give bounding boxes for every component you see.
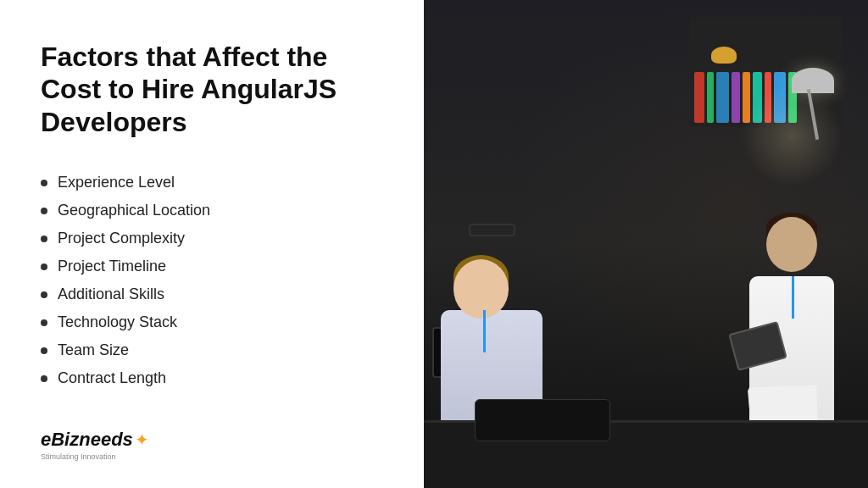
list-bullet-icon [41, 236, 47, 242]
desk-lamp [783, 68, 834, 152]
factor-label-contract-length: Contract Length [58, 369, 166, 387]
list-bullet-icon [41, 180, 47, 186]
left-panel: Factors that Affect the Cost to Hire Ang… [0, 0, 424, 488]
factor-label-project-timeline: Project Timeline [58, 258, 166, 275]
factor-label-technology-stack: Technology Stack [58, 313, 177, 331]
logo-wrapper: eBizneeds ✦ Stimulating Innovation [41, 429, 383, 461]
logo-row: eBizneeds ✦ [41, 429, 383, 451]
factor-label-team-size: Team Size [58, 341, 129, 359]
logo-star-icon: ✦ [135, 430, 149, 450]
factor-item-project-timeline: Project Timeline [41, 252, 383, 280]
lamp-arm [807, 89, 819, 140]
factor-item-geographical-location: Geographical Location [41, 197, 383, 225]
factor-item-experience-level: Experience Level [41, 169, 383, 197]
factor-label-project-complexity: Project Complexity [58, 230, 185, 247]
list-bullet-icon [41, 347, 47, 354]
list-bullet-icon [41, 291, 47, 298]
right-panel [424, 0, 868, 488]
woman-lanyard [483, 310, 486, 352]
lamp-head [792, 68, 834, 93]
book-0 [694, 72, 704, 123]
keyboard [475, 399, 610, 441]
man-lanyard [792, 276, 794, 319]
list-bullet-icon [41, 208, 47, 214]
list-bullet-icon [41, 319, 47, 326]
tablet [728, 321, 787, 371]
list-bullet-icon [41, 263, 47, 270]
page-title: Factors that Affect the Cost to Hire Ang… [41, 41, 383, 138]
book-2 [716, 72, 729, 123]
factors-list: Experience LevelGeographical LocationPro… [41, 169, 383, 392]
factor-item-project-complexity: Project Complexity [41, 225, 383, 252]
factor-label-geographical-location: Geographical Location [58, 202, 210, 219]
factor-label-additional-skills: Additional Skills [58, 286, 164, 303]
factor-label-experience-level: Experience Level [58, 174, 175, 191]
book-3 [732, 72, 740, 123]
factor-item-contract-length: Contract Length [41, 364, 383, 392]
figurine-decoration [711, 47, 737, 64]
logo-text: eBizneeds [41, 429, 133, 451]
factor-item-technology-stack: Technology Stack [41, 308, 383, 336]
photo-scene [424, 0, 868, 488]
list-bullet-icon [41, 375, 47, 382]
man-head [766, 217, 817, 272]
book-1 [707, 72, 714, 123]
content-area: Factors that Affect the Cost to Hire Ang… [41, 41, 383, 429]
desk [424, 420, 868, 488]
glasses [469, 224, 515, 236]
factor-item-team-size: Team Size [41, 336, 383, 364]
factor-item-additional-skills: Additional Skills [41, 280, 383, 308]
logo-tagline: Stimulating Innovation [41, 452, 383, 461]
woman-head [453, 259, 509, 319]
